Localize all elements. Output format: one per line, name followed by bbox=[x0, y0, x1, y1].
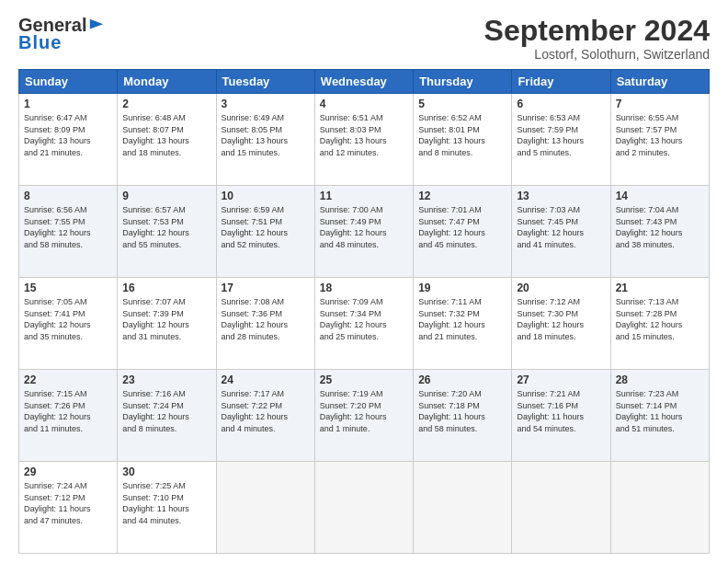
table-row bbox=[610, 462, 709, 554]
calendar: Sunday Monday Tuesday Wednesday Thursday… bbox=[18, 69, 710, 554]
day-info: Sunrise: 7:15 AM Sunset: 7:26 PM Dayligh… bbox=[24, 388, 112, 434]
day-info: Sunrise: 6:57 AM Sunset: 7:53 PM Dayligh… bbox=[122, 204, 210, 250]
day-info: Sunrise: 7:25 AM Sunset: 7:10 PM Dayligh… bbox=[122, 480, 210, 526]
day-number: 5 bbox=[418, 98, 506, 110]
col-wednesday: Wednesday bbox=[314, 70, 413, 94]
table-row: 2Sunrise: 6:48 AM Sunset: 8:07 PM Daylig… bbox=[118, 94, 216, 186]
day-info: Sunrise: 7:07 AM Sunset: 7:39 PM Dayligh… bbox=[122, 296, 210, 342]
day-number: 22 bbox=[24, 373, 112, 386]
day-number: 20 bbox=[517, 282, 605, 294]
table-row: 12Sunrise: 7:01 AM Sunset: 7:47 PM Dayli… bbox=[414, 186, 512, 278]
table-row: 26Sunrise: 7:20 AM Sunset: 7:18 PM Dayli… bbox=[414, 370, 512, 462]
table-row bbox=[216, 462, 314, 554]
calendar-week-row: 1Sunrise: 6:47 AM Sunset: 8:09 PM Daylig… bbox=[19, 94, 710, 186]
day-number: 3 bbox=[222, 98, 310, 110]
day-number: 7 bbox=[616, 98, 704, 110]
calendar-week-row: 22Sunrise: 7:15 AM Sunset: 7:26 PM Dayli… bbox=[19, 370, 710, 462]
table-row: 13Sunrise: 7:03 AM Sunset: 7:45 PM Dayli… bbox=[512, 186, 610, 278]
day-number: 9 bbox=[122, 190, 210, 202]
day-info: Sunrise: 6:55 AM Sunset: 7:57 PM Dayligh… bbox=[616, 112, 704, 158]
day-number: 29 bbox=[24, 465, 112, 478]
table-row: 1Sunrise: 6:47 AM Sunset: 8:09 PM Daylig… bbox=[19, 94, 118, 186]
table-row: 3Sunrise: 6:49 AM Sunset: 8:05 PM Daylig… bbox=[216, 94, 314, 186]
col-saturday: Saturday bbox=[610, 70, 709, 94]
calendar-week-row: 15Sunrise: 7:05 AM Sunset: 7:41 PM Dayli… bbox=[19, 278, 710, 370]
day-number: 2 bbox=[122, 98, 210, 110]
table-row: 11Sunrise: 7:00 AM Sunset: 7:49 PM Dayli… bbox=[314, 186, 413, 278]
table-row: 19Sunrise: 7:11 AM Sunset: 7:32 PM Dayli… bbox=[414, 278, 512, 370]
day-number: 28 bbox=[616, 373, 704, 386]
logo: General Blue bbox=[18, 15, 105, 53]
calendar-week-row: 8Sunrise: 6:56 AM Sunset: 7:55 PM Daylig… bbox=[19, 186, 710, 278]
day-info: Sunrise: 6:59 AM Sunset: 7:51 PM Dayligh… bbox=[222, 204, 310, 250]
table-row: 20Sunrise: 7:12 AM Sunset: 7:30 PM Dayli… bbox=[512, 278, 610, 370]
table-row: 15Sunrise: 7:05 AM Sunset: 7:41 PM Dayli… bbox=[19, 278, 118, 370]
day-info: Sunrise: 7:11 AM Sunset: 7:32 PM Dayligh… bbox=[418, 296, 506, 342]
table-row: 22Sunrise: 7:15 AM Sunset: 7:26 PM Dayli… bbox=[19, 370, 118, 462]
table-row: 27Sunrise: 7:21 AM Sunset: 7:16 PM Dayli… bbox=[512, 370, 610, 462]
table-row: 21Sunrise: 7:13 AM Sunset: 7:28 PM Dayli… bbox=[610, 278, 709, 370]
table-row: 14Sunrise: 7:04 AM Sunset: 7:43 PM Dayli… bbox=[610, 186, 709, 278]
day-info: Sunrise: 6:56 AM Sunset: 7:55 PM Dayligh… bbox=[24, 204, 112, 250]
day-info: Sunrise: 7:19 AM Sunset: 7:20 PM Dayligh… bbox=[320, 388, 408, 434]
svg-marker-0 bbox=[90, 18, 103, 29]
day-number: 24 bbox=[222, 373, 310, 386]
day-number: 25 bbox=[320, 373, 408, 386]
day-info: Sunrise: 6:49 AM Sunset: 8:05 PM Dayligh… bbox=[222, 112, 310, 158]
day-info: Sunrise: 6:47 AM Sunset: 8:09 PM Dayligh… bbox=[24, 112, 112, 158]
calendar-week-row: 29Sunrise: 7:24 AM Sunset: 7:12 PM Dayli… bbox=[19, 462, 710, 554]
day-info: Sunrise: 7:08 AM Sunset: 7:36 PM Dayligh… bbox=[222, 296, 310, 342]
table-row: 8Sunrise: 6:56 AM Sunset: 7:55 PM Daylig… bbox=[19, 186, 118, 278]
table-row bbox=[414, 462, 512, 554]
day-number: 8 bbox=[24, 190, 112, 202]
day-info: Sunrise: 7:23 AM Sunset: 7:14 PM Dayligh… bbox=[616, 388, 704, 434]
logo-flag-icon bbox=[88, 17, 105, 34]
table-row bbox=[314, 462, 413, 554]
table-row: 30Sunrise: 7:25 AM Sunset: 7:10 PM Dayli… bbox=[118, 462, 216, 554]
day-info: Sunrise: 7:03 AM Sunset: 7:45 PM Dayligh… bbox=[517, 204, 605, 250]
col-monday: Monday bbox=[118, 70, 216, 94]
day-number: 12 bbox=[418, 190, 506, 202]
day-info: Sunrise: 7:13 AM Sunset: 7:28 PM Dayligh… bbox=[616, 296, 704, 342]
day-info: Sunrise: 6:51 AM Sunset: 8:03 PM Dayligh… bbox=[320, 112, 408, 158]
table-row: 18Sunrise: 7:09 AM Sunset: 7:34 PM Dayli… bbox=[314, 278, 413, 370]
day-info: Sunrise: 7:16 AM Sunset: 7:24 PM Dayligh… bbox=[122, 388, 210, 434]
day-info: Sunrise: 7:21 AM Sunset: 7:16 PM Dayligh… bbox=[517, 388, 605, 434]
month-title: September 2024 bbox=[484, 15, 710, 47]
table-row: 5Sunrise: 6:52 AM Sunset: 8:01 PM Daylig… bbox=[414, 94, 512, 186]
logo-blue: Blue bbox=[18, 32, 62, 53]
day-info: Sunrise: 7:00 AM Sunset: 7:49 PM Dayligh… bbox=[320, 204, 408, 250]
day-number: 17 bbox=[222, 282, 310, 294]
table-row: 17Sunrise: 7:08 AM Sunset: 7:36 PM Dayli… bbox=[216, 278, 314, 370]
table-row: 25Sunrise: 7:19 AM Sunset: 7:20 PM Dayli… bbox=[314, 370, 413, 462]
calendar-header-row: Sunday Monday Tuesday Wednesday Thursday… bbox=[19, 70, 710, 94]
table-row: 6Sunrise: 6:53 AM Sunset: 7:59 PM Daylig… bbox=[512, 94, 610, 186]
col-thursday: Thursday bbox=[414, 70, 512, 94]
day-number: 15 bbox=[24, 282, 112, 294]
day-info: Sunrise: 6:48 AM Sunset: 8:07 PM Dayligh… bbox=[122, 112, 210, 158]
day-number: 6 bbox=[517, 98, 605, 110]
day-info: Sunrise: 7:05 AM Sunset: 7:41 PM Dayligh… bbox=[24, 296, 112, 342]
day-info: Sunrise: 7:09 AM Sunset: 7:34 PM Dayligh… bbox=[320, 296, 408, 342]
day-info: Sunrise: 7:01 AM Sunset: 7:47 PM Dayligh… bbox=[418, 204, 506, 250]
page: General Blue September 2024 Lostorf, Sol… bbox=[0, 0, 728, 563]
table-row: 4Sunrise: 6:51 AM Sunset: 8:03 PM Daylig… bbox=[314, 94, 413, 186]
table-row: 7Sunrise: 6:55 AM Sunset: 7:57 PM Daylig… bbox=[610, 94, 709, 186]
table-row: 24Sunrise: 7:17 AM Sunset: 7:22 PM Dayli… bbox=[216, 370, 314, 462]
day-info: Sunrise: 7:04 AM Sunset: 7:43 PM Dayligh… bbox=[616, 204, 704, 250]
day-info: Sunrise: 7:24 AM Sunset: 7:12 PM Dayligh… bbox=[24, 480, 112, 526]
table-row: 29Sunrise: 7:24 AM Sunset: 7:12 PM Dayli… bbox=[19, 462, 118, 554]
col-sunday: Sunday bbox=[19, 70, 118, 94]
day-info: Sunrise: 7:17 AM Sunset: 7:22 PM Dayligh… bbox=[222, 388, 310, 434]
col-tuesday: Tuesday bbox=[216, 70, 314, 94]
location: Lostorf, Solothurn, Switzerland bbox=[484, 47, 710, 62]
table-row: 28Sunrise: 7:23 AM Sunset: 7:14 PM Dayli… bbox=[610, 370, 709, 462]
day-info: Sunrise: 6:53 AM Sunset: 7:59 PM Dayligh… bbox=[517, 112, 605, 158]
table-row: 10Sunrise: 6:59 AM Sunset: 7:51 PM Dayli… bbox=[216, 186, 314, 278]
day-info: Sunrise: 6:52 AM Sunset: 8:01 PM Dayligh… bbox=[418, 112, 506, 158]
day-number: 23 bbox=[122, 373, 210, 386]
day-info: Sunrise: 7:12 AM Sunset: 7:30 PM Dayligh… bbox=[517, 296, 605, 342]
day-number: 21 bbox=[616, 282, 704, 294]
table-row: 9Sunrise: 6:57 AM Sunset: 7:53 PM Daylig… bbox=[118, 186, 216, 278]
day-number: 16 bbox=[122, 282, 210, 294]
